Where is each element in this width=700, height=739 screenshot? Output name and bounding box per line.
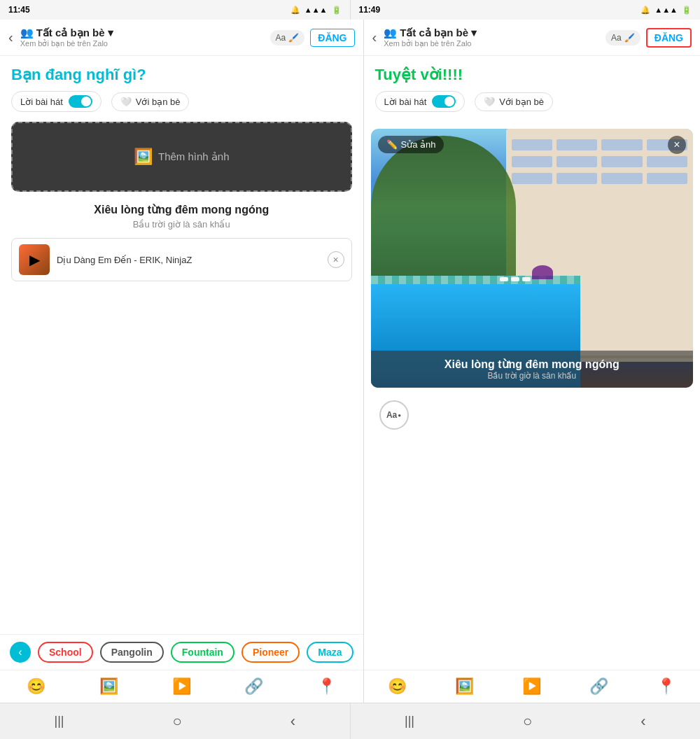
battery-icon-right: 🔋: [682, 6, 692, 15]
font-chip-pangolin[interactable]: Pangolin: [100, 642, 164, 663]
header-center-right: 👥 Tất cả bạn bè ▾ Xem bởi bạn bè trên Za…: [384, 27, 606, 48]
toggle-switch-right[interactable]: [432, 95, 456, 108]
font-toggle-button-right[interactable]: Aa 🖌️: [606, 30, 640, 45]
photo-image-right: [371, 129, 694, 388]
lyrics-section-left: Xiêu lòng từng đêm mong ngóng Bầu trời g…: [11, 203, 352, 230]
header-right-left: Aa 🖌️ ĐĂNG: [270, 29, 355, 47]
photo-lyrics-overlay: Xiêu lòng từng đêm mong ngóng Bầu trời g…: [371, 351, 694, 388]
header-title-left: 👥 Tất cả bạn bè ▾: [20, 27, 270, 39]
image-toolbar-icon-right[interactable]: 🖼️: [455, 677, 474, 696]
link-icon-left[interactable]: 🔗: [244, 677, 263, 696]
notif-icon-left: 🔔: [290, 6, 300, 15]
font-chip-school[interactable]: School: [38, 642, 93, 663]
brush-icon-left: 🖌️: [288, 33, 299, 43]
song-toggle-item-right[interactable]: Lời bài hát: [375, 91, 465, 112]
emoji-icon-left[interactable]: 😊: [27, 677, 46, 696]
image-icon-left: 🖼️: [134, 148, 153, 166]
status-time-left: 11:45: [8, 5, 30, 15]
screen-right: ‹ 👥 Tất cả bạn bè ▾ Xem bởi bạn bè trên …: [364, 20, 701, 703]
close-photo-button[interactable]: ×: [668, 136, 686, 154]
header-right-right: Aa 🖌️ ĐĂNG: [606, 28, 692, 48]
song-title-left: Dịu Dàng Em Đến - ERIK, NinjaZ: [57, 255, 321, 265]
back-nav-left[interactable]: ‹: [290, 712, 295, 731]
lyrics-main-left: Xiêu lòng từng đêm mong ngóng: [11, 203, 352, 216]
bottom-toolbar-right: 😊 🖼️ ▶️ 🔗 📍: [364, 670, 701, 703]
dropdown-icon-left[interactable]: ▾: [108, 27, 113, 39]
image-toolbar-icon-left[interactable]: 🖼️: [99, 677, 118, 696]
toggle-row-left: Lời bài hát 🤍 Với bạn bè: [11, 91, 352, 112]
header-title-right: 👥 Tất cả bạn bè ▾: [384, 27, 606, 39]
overlay-lyrics-sub: Bầu trời giờ là sân khấu: [378, 371, 687, 381]
toggle-row-right: Lời bài hát 🤍 Với bạn bè: [375, 91, 690, 112]
header-subtitle-right: Xem bởi bạn bè trên Zalo: [384, 39, 606, 48]
dropdown-icon-right[interactable]: ▾: [471, 27, 477, 39]
font-chip-fountain[interactable]: Fountain: [171, 642, 234, 663]
photo-container-right: ✏️ Sửa ảnh × Xiêu lòng từng đêm mong ngó…: [371, 129, 694, 388]
heart-icon-right: 🤍: [484, 97, 495, 107]
video-icon-right[interactable]: ▶️: [522, 677, 541, 696]
heart-icon-left: 🤍: [120, 97, 132, 107]
app-header-right: ‹ 👥 Tất cả bạn bè ▾ Xem bởi bạn bè trên …: [364, 20, 701, 56]
back-button-left[interactable]: ‹: [8, 29, 13, 45]
font-style-circle-right[interactable]: Aa ●: [379, 400, 409, 430]
friends-icon-right: 👥: [384, 27, 397, 39]
compose-content-left: Bạn đang nghĩ gì? Lời bài hát 🤍 Với bạn …: [0, 56, 363, 634]
pencil-icon: ✏️: [386, 139, 398, 150]
song-thumbnail-left: ▶: [19, 244, 50, 275]
location-icon-left[interactable]: 📍: [317, 677, 336, 696]
toggle-switch-left[interactable]: [69, 95, 92, 108]
brush-icon-right: 🖌️: [624, 33, 635, 43]
header-center-left: 👥 Tất cả bạn bè ▾ Xem bởi bạn bè trên Za…: [20, 27, 270, 48]
font-nav-left-btn[interactable]: ‹: [10, 642, 31, 663]
link-icon-right[interactable]: 🔗: [589, 677, 608, 696]
font-toggle-button-left[interactable]: Aa 🖌️: [270, 30, 305, 45]
location-icon-right[interactable]: 📍: [657, 677, 676, 696]
font-chip-pioneer[interactable]: Pioneer: [241, 642, 300, 663]
home-button-right[interactable]: ○: [523, 712, 532, 731]
edit-photo-button[interactable]: ✏️ Sửa ảnh: [378, 136, 444, 153]
song-toggle-label-right: Lời bài hát: [384, 97, 427, 107]
video-icon-left[interactable]: ▶️: [172, 677, 191, 696]
song-toggle-label-left: Lời bài hát: [20, 97, 63, 107]
recent-apps-left[interactable]: |||: [54, 714, 64, 729]
compose-content-right: Tuyệt vời!!!! Lời bài hát 🤍 Với bạn bè: [364, 56, 701, 670]
compose-title-left: Bạn đang nghĩ gì?: [11, 66, 352, 84]
home-button-left[interactable]: ○: [172, 712, 181, 731]
status-time-right: 11:49: [359, 5, 381, 15]
font-selector-left: ‹ School Pangolin Fountain Pioneer Maza: [0, 634, 363, 670]
post-button-right[interactable]: ĐĂNG: [646, 28, 692, 48]
song-toggle-item-left[interactable]: Lời bài hát: [11, 91, 102, 112]
audience-selector-right[interactable]: 🤍 Với bạn bè: [475, 92, 553, 111]
song-card-left: ▶ Dịu Dàng Em Đến - ERIK, NinjaZ ×: [11, 238, 352, 281]
emoji-icon-right[interactable]: 😊: [388, 677, 407, 696]
compose-title-right: Tuyệt vời!!!!: [375, 66, 690, 84]
font-chip-maza[interactable]: Maza: [307, 642, 353, 663]
back-button-right[interactable]: ‹: [372, 29, 377, 45]
bottom-toolbar-left: 😊 🖼️ ▶️ 🔗 📍: [0, 670, 363, 703]
app-header-left: ‹ 👥 Tất cả bạn bè ▾ Xem bởi bạn bè trên …: [0, 20, 363, 56]
header-subtitle-left: Xem bởi bạn bè trên Zalo: [20, 39, 270, 48]
recent-apps-right[interactable]: |||: [405, 714, 414, 729]
back-nav-right[interactable]: ‹: [640, 712, 645, 731]
overlay-lyrics-main: Xiêu lòng từng đêm mong ngóng: [378, 358, 687, 371]
audience-selector-left[interactable]: 🤍 Với bạn bè: [111, 92, 190, 111]
signal-icon-left: ▲▲▲: [304, 6, 328, 14]
post-button-left[interactable]: ĐĂNG: [310, 29, 354, 47]
remove-song-button-left[interactable]: ×: [328, 251, 344, 268]
image-upload-left[interactable]: 🖼️ Thêm hình ảnh: [11, 122, 352, 192]
screen-left: ‹ 👥 Tất cả bạn bè ▾ Xem bởi bạn bè trên …: [0, 20, 364, 703]
battery-icon-left: 🔋: [332, 6, 342, 15]
lyrics-sub-left: Bầu trời giờ là sân khấu: [11, 219, 352, 230]
notif-icon-right: 🔔: [640, 6, 650, 15]
signal-icon-right: ▲▲▲: [654, 6, 678, 14]
friends-icon-left: 👥: [20, 27, 34, 39]
